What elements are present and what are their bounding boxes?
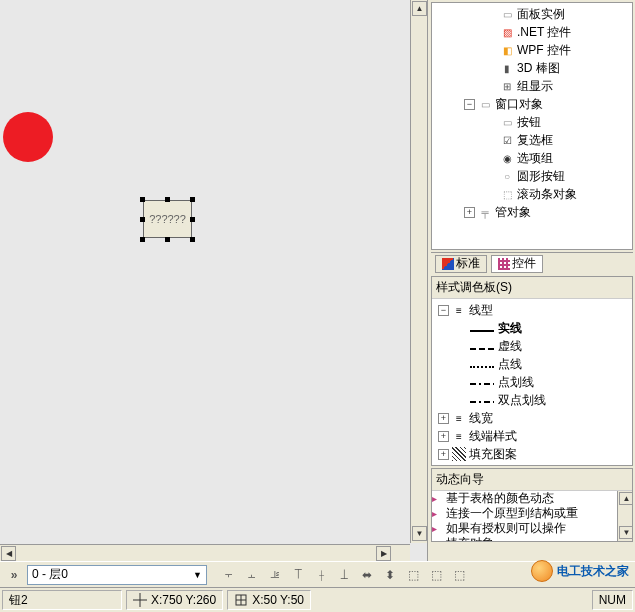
align-top-button[interactable]: ⟙ (288, 565, 308, 585)
dashdotdot-line-icon (470, 401, 494, 403)
canvas-hscroll[interactable]: ◀ ▶ (0, 544, 410, 561)
align-middle-button[interactable]: ⟊ (311, 565, 331, 585)
tree-item-label: .NET 控件 (517, 24, 571, 41)
guide-title: 动态向导 (432, 469, 632, 491)
guide-item-0[interactable]: ▸基于表格的颜色动态 (432, 491, 632, 506)
status-num-label: NUM (599, 593, 626, 607)
panel-icon: ▭ (500, 7, 514, 21)
tree-item-5[interactable]: −▭窗口对象 (434, 95, 630, 113)
object-tree[interactable]: ▭面板实例▨.NET 控件◧WPF 控件▮3D 棒图⊞组显示−▭窗口对象▭按钮☑… (432, 3, 632, 223)
selected-object-box[interactable]: ?????? (143, 200, 192, 238)
align-right-button[interactable]: ⫡ (265, 565, 285, 585)
resize-handle-e[interactable] (190, 217, 195, 222)
same-width-button[interactable]: ⬚ (403, 565, 423, 585)
guide-arrow-icon: ▸ (432, 493, 444, 505)
palette-tabbar: 标准 控件 (431, 252, 633, 274)
expand-icon[interactable]: + (464, 207, 475, 218)
tree-item-10[interactable]: ⬚滚动条对象 (434, 185, 630, 203)
status-selection: 钮2 (2, 590, 122, 610)
tree-item-2[interactable]: ◧WPF 控件 (434, 41, 630, 59)
tab-standard[interactable]: 标准 (435, 255, 487, 273)
layer-select[interactable]: 0 - 层0 ▼ (27, 565, 207, 585)
resize-handle-sw[interactable] (140, 237, 145, 242)
canvas-area: ?????? ▲ ▼ ◀ ▶ (0, 0, 428, 561)
object-palette-panel: ▭面板实例▨.NET 控件◧WPF 控件▮3D 棒图⊞组显示−▭窗口对象▭按钮☑… (431, 2, 633, 250)
align-bottom-button[interactable]: ⟘ (334, 565, 354, 585)
expand-icon[interactable]: + (438, 449, 449, 460)
tree-item-4[interactable]: ⊞组显示 (434, 77, 630, 95)
size-icon (234, 593, 248, 607)
status-coord1-value: X:750 Y:260 (151, 593, 216, 607)
style-palette-panel: 样式调色板(S) − ≡ 线型 实线 虚线 点线 点划线 双点划线 +≡线宽 +… (431, 276, 633, 466)
tree-item-label: 复选框 (517, 132, 553, 149)
tree-item-3[interactable]: ▮3D 棒图 (434, 59, 630, 77)
design-canvas[interactable]: ?????? (0, 0, 410, 543)
guide-arrow-icon: ▸ (432, 523, 444, 535)
collapse-icon[interactable]: − (438, 305, 449, 316)
tree-item-label: 面板实例 (517, 6, 565, 23)
watermark-text: 电工技术之家 (557, 563, 629, 580)
resize-handle-nw[interactable] (140, 197, 145, 202)
guide-vscroll[interactable]: ▲ ▼ (617, 491, 632, 541)
align-center-button[interactable]: ⫠ (242, 565, 262, 585)
line-dashdotdot[interactable]: 双点划线 (434, 391, 630, 409)
tab-controls[interactable]: 控件 (491, 255, 543, 273)
style-palette-title: 样式调色板(S) (432, 277, 632, 299)
red-circle-shape[interactable] (3, 112, 53, 162)
expand-icon[interactable]: + (438, 431, 449, 442)
resize-handle-se[interactable] (190, 237, 195, 242)
tree-item-7[interactable]: ☑复选框 (434, 131, 630, 149)
collapse-icon[interactable]: − (464, 99, 475, 110)
line-dot[interactable]: 点线 (434, 355, 630, 373)
scroll-right-icon[interactable]: ▶ (376, 546, 391, 561)
distribute-h-button[interactable]: ⬌ (357, 565, 377, 585)
wpf-icon: ◧ (500, 43, 514, 57)
tree-item-6[interactable]: ▭按钮 (434, 113, 630, 131)
resize-handle-ne[interactable] (190, 197, 195, 202)
group-linewidth[interactable]: +≡线宽 (434, 409, 630, 427)
same-size-button[interactable]: ⬚ (449, 565, 469, 585)
resize-handle-n[interactable] (165, 197, 170, 202)
radio-icon: ◉ (500, 151, 514, 165)
group-fill[interactable]: +填充图案 (434, 445, 630, 463)
tree-item-0[interactable]: ▭面板实例 (434, 5, 630, 23)
layer-select-value: 0 - 层0 (32, 566, 68, 583)
expand-icon[interactable]: + (438, 413, 449, 424)
tree-item-label: 滚动条对象 (517, 186, 577, 203)
canvas-vscroll[interactable]: ▲ ▼ (410, 0, 427, 543)
tree-item-11[interactable]: +╤管对象 (434, 203, 630, 221)
line-dashdot[interactable]: 点划线 (434, 373, 630, 391)
same-height-button[interactable]: ⬚ (426, 565, 446, 585)
scroll-up-icon[interactable]: ▲ (619, 492, 632, 505)
group-lineend[interactable]: +≡线端样式 (434, 427, 630, 445)
scroll-left-icon[interactable]: ◀ (1, 546, 16, 561)
tree-item-label: 圆形按钮 (517, 168, 565, 185)
watermark-logo-icon (531, 560, 553, 582)
distribute-v-button[interactable]: ⬍ (380, 565, 400, 585)
line-dash[interactable]: 虚线 (434, 337, 630, 355)
guide-arrow-icon: ▸ (432, 538, 444, 542)
tree-item-1[interactable]: ▨.NET 控件 (434, 23, 630, 41)
dashdot-line-icon (470, 383, 494, 385)
guide-item-1[interactable]: ▸连接一个原型到结构或重 (432, 506, 632, 521)
style-root[interactable]: − ≡ 线型 (434, 301, 630, 319)
line-dashdot-label: 点划线 (498, 374, 534, 391)
scroll-down-icon[interactable]: ▼ (412, 526, 427, 541)
tree-item-label: 3D 棒图 (517, 60, 560, 77)
guide-item-2[interactable]: ▸如果有授权则可以操作 (432, 521, 632, 536)
dropdown-icon: ▼ (193, 570, 202, 580)
tree-item-8[interactable]: ◉选项组 (434, 149, 630, 167)
tree-item-9[interactable]: ○圆形按钮 (434, 167, 630, 185)
expand-button[interactable]: » (4, 565, 24, 585)
crosshair-icon (133, 593, 147, 607)
scroll-down-icon[interactable]: ▼ (619, 526, 632, 539)
scroll-up-icon[interactable]: ▲ (412, 1, 427, 16)
guide-arrow-icon: ▸ (432, 508, 444, 520)
resize-handle-s[interactable] (165, 237, 170, 242)
style-tree[interactable]: − ≡ 线型 实线 虚线 点线 点划线 双点划线 +≡线宽 +≡线端样式 +填充… (432, 299, 632, 465)
align-left-button[interactable]: ⫟ (219, 565, 239, 585)
selected-object[interactable]: ?????? (140, 197, 195, 242)
resize-handle-w[interactable] (140, 217, 145, 222)
group-lineend-label: 线端样式 (469, 428, 517, 445)
line-solid[interactable]: 实线 (434, 319, 630, 337)
